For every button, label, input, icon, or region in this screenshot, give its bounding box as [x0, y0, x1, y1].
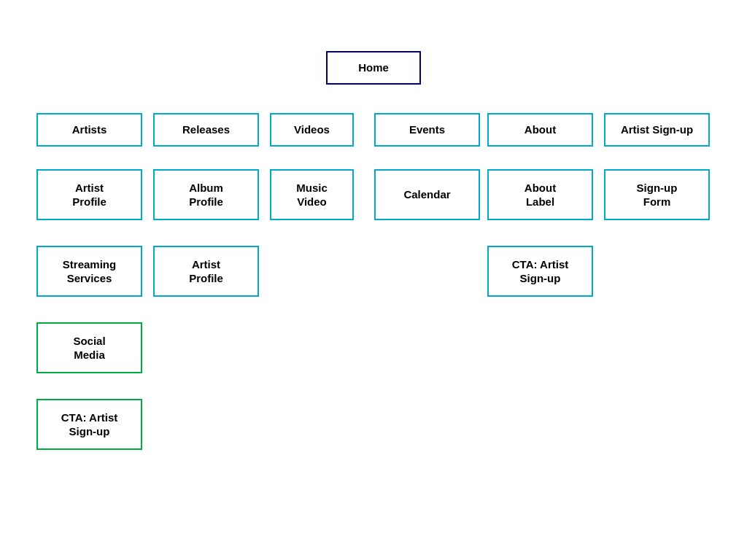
artist-signup-label: Artist Sign-up: [621, 122, 693, 137]
artists-label: Artists: [72, 122, 107, 137]
events-node[interactable]: Events: [374, 113, 480, 147]
album-profile-node[interactable]: Album Profile: [153, 169, 259, 220]
music-video-node[interactable]: Music Video: [270, 169, 354, 220]
social-media-label: Social Media: [73, 334, 105, 362]
releases-label: Releases: [182, 122, 230, 137]
home-label: Home: [358, 61, 389, 75]
signup-form-node[interactable]: Sign-up Form: [604, 169, 710, 220]
album-profile-label: Album Profile: [189, 181, 223, 209]
events-label: Events: [409, 122, 445, 137]
about-label-label: About Label: [525, 181, 556, 209]
music-video-label: Music Video: [296, 181, 328, 209]
artist-profile-1-label: Artist Profile: [72, 181, 107, 209]
artist-profile-2-label: Artist Profile: [189, 257, 223, 286]
artist-signup-node[interactable]: Artist Sign-up: [604, 113, 710, 147]
calendar-label: Calendar: [403, 187, 450, 202]
streaming-services-node[interactable]: Streaming Services: [36, 246, 142, 297]
cta-artist-signup-2-node[interactable]: CTA: Artist Sign-up: [36, 399, 142, 450]
about-label-node[interactable]: About Label: [487, 169, 593, 220]
cta-artist-signup-2-label: CTA: Artist Sign-up: [61, 411, 118, 439]
streaming-services-label: Streaming Services: [63, 257, 116, 286]
cta-artist-signup-1-node[interactable]: CTA: Artist Sign-up: [487, 246, 593, 297]
about-node[interactable]: About: [487, 113, 593, 147]
about-label: About: [525, 122, 556, 137]
videos-node[interactable]: Videos: [270, 113, 354, 147]
artist-profile-2-node[interactable]: Artist Profile: [153, 246, 259, 297]
signup-form-label: Sign-up Form: [637, 181, 678, 209]
releases-node[interactable]: Releases: [153, 113, 259, 147]
home-node[interactable]: Home: [326, 51, 421, 85]
artist-profile-1-node[interactable]: Artist Profile: [36, 169, 142, 220]
cta-artist-signup-1-label: CTA: Artist Sign-up: [512, 257, 569, 286]
artists-node[interactable]: Artists: [36, 113, 142, 147]
videos-label: Videos: [294, 122, 330, 137]
calendar-node[interactable]: Calendar: [374, 169, 480, 220]
social-media-node[interactable]: Social Media: [36, 322, 142, 373]
